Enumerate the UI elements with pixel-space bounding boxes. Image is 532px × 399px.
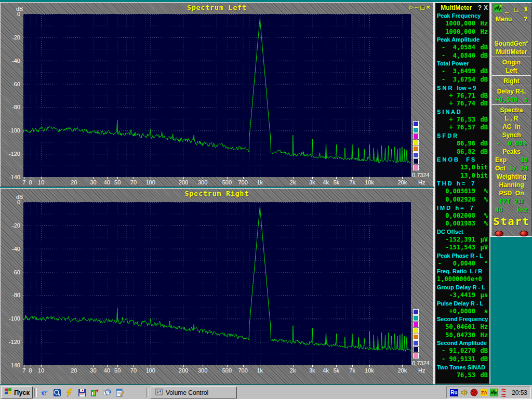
ie-icon[interactable]: e [38, 388, 51, 398]
weighting-button[interactable]: Weighting [491, 172, 531, 181]
spectra-lr-button[interactable]: L , R [491, 114, 531, 123]
trace-color-swatch[interactable] [413, 322, 419, 327]
y-axis-tick-label: 0 [3, 199, 20, 205]
keyboard-layout-indicator[interactable]: Ru [450, 389, 458, 396]
maximize-icon[interactable]: □ [420, 3, 424, 11]
y-axis-tick-label: -40 [3, 58, 20, 64]
x-axis-tick [336, 177, 337, 179]
trace-color-swatch[interactable] [413, 127, 419, 133]
multimeter-button[interactable]: MultiMeter [491, 48, 531, 56]
close-button[interactable]: X [484, 4, 488, 11]
fft-size-setting[interactable]: FFT 216 [491, 197, 531, 206]
trace-color-swatch[interactable] [413, 121, 419, 127]
origin-button[interactable]: Origin [491, 58, 531, 66]
value-unit: dB [475, 355, 488, 364]
ac-in-button[interactable]: AC in [491, 123, 531, 131]
value-number: 13,0 [437, 172, 475, 180]
start-measure-button[interactable]: Start [491, 214, 531, 229]
multimeter-value: 1000,000Hz [435, 28, 489, 36]
value-number: -3,4419 [437, 291, 475, 300]
trace-color-swatch[interactable] [413, 158, 419, 164]
multimeter-label: S I N A D [435, 108, 489, 116]
spectrum-plot[interactable] [23, 14, 411, 177]
chart-icon[interactable] [88, 388, 101, 398]
x-axis-tick-label: 300 [195, 367, 210, 374]
minimize-icon[interactable]: − [415, 3, 419, 11]
exp-setting[interactable]: Exp10 [491, 156, 531, 164]
origin-left-button[interactable]: Left [491, 66, 531, 75]
x-axis-tick-label: 10 [33, 367, 49, 374]
trace-color-swatch[interactable] [413, 340, 419, 346]
value-unit: dB [475, 52, 488, 60]
speaker-icon[interactable] [460, 389, 469, 397]
volume-control-task-button[interactable]: Volume Control [151, 387, 237, 398]
x-axis-tick [203, 177, 203, 179]
spectrum-left-titlebar[interactable]: Spectrum Left ▷−□× [1, 3, 433, 13]
x-axis-tick-label: 10k [362, 179, 377, 185]
wave-icon[interactable]: ≈≈ [499, 389, 508, 397]
value-unit: ° [475, 260, 488, 268]
help-button[interactable]: ? [478, 4, 482, 11]
spectrum-right-titlebar[interactable]: Spectrum Right [1, 189, 433, 199]
trace-color-swatch[interactable] [413, 309, 419, 315]
start-button[interactable]: Пуск [1, 387, 33, 398]
trace-color-swatch[interactable] [413, 328, 419, 334]
x-axis-tick [369, 365, 370, 367]
spectrum-plot[interactable] [23, 202, 411, 365]
spectra-button[interactable]: Spectra [491, 106, 531, 114]
value-number: 13,0 [437, 164, 475, 172]
trace-color-swatch[interactable] [413, 152, 419, 158]
multimeter-label: S N R low = 9 [435, 84, 489, 92]
x-axis-tick-label: 300 [195, 179, 210, 185]
trace-color-swatch[interactable] [413, 347, 419, 352]
svg-text:e: e [42, 389, 47, 397]
run-icon[interactable]: ▷ [409, 3, 414, 11]
save-icon[interactable] [76, 388, 88, 398]
help-button[interactable]: ? [524, 16, 527, 23]
psd-on-button[interactable]: PSD On [491, 189, 531, 197]
trace-color-swatch[interactable] [413, 146, 419, 152]
delay-rl-button[interactable]: Delay R-L [491, 87, 531, 96]
hanning-button[interactable]: Hanning [491, 181, 531, 189]
delay-value[interactable]: +0,000s [491, 96, 531, 104]
synch-value: - 0,00% [491, 139, 531, 148]
trace-color-swatch[interactable] [413, 134, 419, 139]
samplerate-setting[interactable]: 48kHz [491, 206, 531, 214]
menu-button[interactable]: Menu [496, 16, 512, 23]
x-axis-tick-label: 20k [394, 179, 410, 185]
oct-setting[interactable]: Oct1/ 24 [491, 164, 531, 172]
trace-color-swatch[interactable] [413, 165, 419, 170]
trace-color-swatch[interactable] [413, 353, 419, 358]
soundgen-button[interactable]: SoundGen° [491, 39, 531, 48]
y-axis-tick-label: -120 [3, 151, 20, 157]
multimeter-value: 86,82dB [435, 148, 489, 156]
window-controls[interactable]: _ □ X [502, 6, 529, 13]
winamp-icon[interactable] [63, 388, 76, 398]
trace-color-swatch[interactable] [413, 140, 419, 145]
x-axis-tick-label: 1k [252, 367, 268, 374]
value-number: 50,04601 [437, 323, 475, 331]
analyzer-icon[interactable] [489, 389, 498, 397]
origin-right-button[interactable]: Right [491, 77, 531, 85]
x-axis-tick-label: 20 [66, 179, 82, 185]
x-axis-tick [203, 365, 203, 367]
multimeter-value: + 76,71dB [435, 92, 489, 100]
x-axis-tick [260, 177, 260, 179]
antivirus-icon[interactable] [470, 389, 478, 397]
value-number: 0,002008 [437, 212, 475, 220]
peaks-button[interactable]: Peaks [491, 148, 531, 156]
separator [491, 56, 531, 58]
value-number: 1000,000 [437, 28, 475, 36]
quickview-icon[interactable] [51, 388, 63, 398]
x-axis-unit: Hz [418, 367, 425, 374]
synch-button[interactable]: Synch [491, 131, 531, 139]
system-tray: Ru ZA≈≈ 20:53 [446, 387, 531, 398]
trace-color-swatch[interactable] [413, 334, 419, 340]
taskbar-separator [34, 388, 37, 397]
close-icon[interactable]: × [426, 3, 430, 11]
trace-color-swatch[interactable] [413, 315, 419, 321]
zonealarm-icon[interactable]: ZA [480, 389, 488, 397]
multimeter-label: I M D h = 7 [435, 204, 489, 212]
notes-icon[interactable] [113, 388, 126, 398]
outlook-icon[interactable] [101, 388, 113, 398]
